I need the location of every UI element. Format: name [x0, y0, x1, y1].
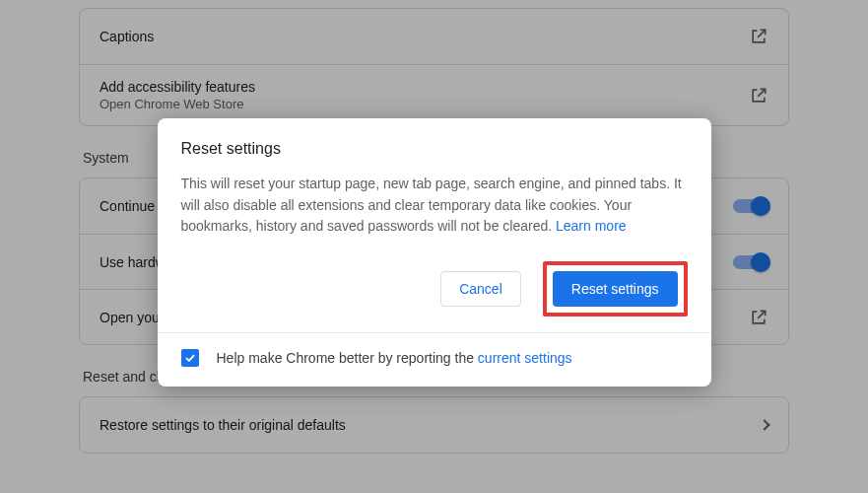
report-checkbox[interactable] [181, 349, 199, 367]
footer-text: Help make Chrome better by reporting the… [217, 350, 572, 366]
modal-overlay: Reset settings This will reset your star… [0, 0, 868, 493]
highlight-box: Reset settings [543, 261, 688, 317]
reset-settings-dialog: Reset settings This will reset your star… [158, 118, 711, 387]
learn-more-link[interactable]: Learn more [556, 218, 627, 234]
current-settings-link[interactable]: current settings [478, 350, 572, 366]
reset-settings-button[interactable]: Reset settings [553, 271, 678, 307]
dialog-description: This will reset your startup page, new t… [181, 174, 688, 238]
cancel-button[interactable]: Cancel [440, 271, 521, 307]
dialog-title: Reset settings [181, 140, 688, 158]
footer-pre: Help make Chrome better by reporting the [217, 350, 478, 366]
